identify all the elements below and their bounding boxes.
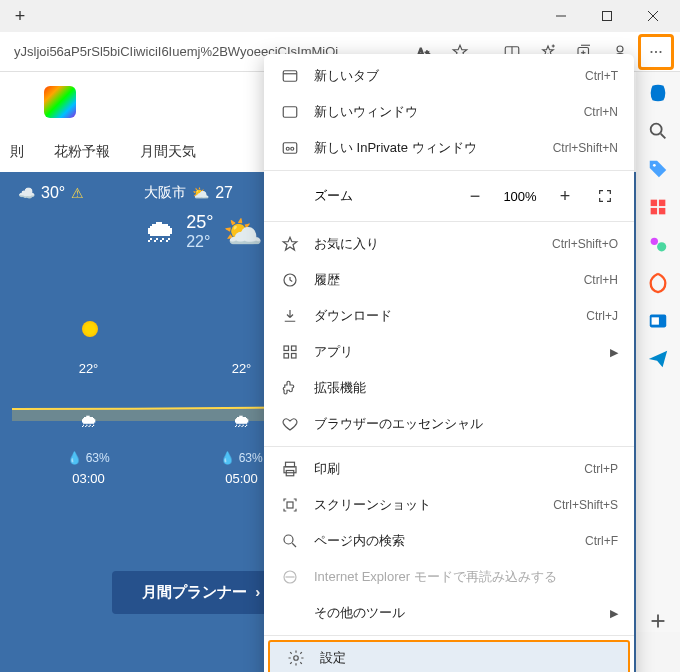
svg-point-52 bbox=[294, 656, 299, 661]
menu-favorites[interactable]: お気に入りCtrl+Shift+O bbox=[264, 226, 634, 262]
puzzle-icon bbox=[280, 378, 300, 398]
svg-rect-1 bbox=[603, 12, 612, 21]
shopping-tag-icon[interactable] bbox=[647, 158, 669, 180]
svg-rect-43 bbox=[284, 354, 289, 359]
zoom-out-button[interactable]: − bbox=[462, 183, 488, 209]
svg-point-17 bbox=[650, 50, 652, 52]
svg-marker-39 bbox=[283, 237, 297, 250]
edge-sidebar bbox=[636, 72, 680, 632]
sun-cloud-icon: ⛅ bbox=[223, 213, 263, 251]
maximize-button[interactable] bbox=[584, 0, 630, 32]
menu-find[interactable]: ページ内の検索Ctrl+F bbox=[264, 523, 634, 559]
city-card[interactable]: 大阪市⛅27 🌧 25° 22° ⛅ bbox=[144, 184, 263, 251]
m365-icon[interactable] bbox=[647, 272, 669, 294]
print-icon bbox=[280, 459, 300, 479]
sun-icon bbox=[82, 321, 98, 337]
fullscreen-button[interactable] bbox=[592, 183, 618, 209]
download-icon bbox=[280, 306, 300, 326]
menu-zoom: ズーム − 100% + bbox=[264, 175, 634, 217]
new-tab-icon bbox=[280, 66, 300, 86]
tab-item[interactable]: 月間天気 bbox=[140, 143, 196, 161]
svg-rect-45 bbox=[286, 462, 295, 467]
minimize-button[interactable] bbox=[538, 0, 584, 32]
tab-item[interactable]: 花粉予報 bbox=[54, 143, 110, 161]
svg-rect-44 bbox=[292, 354, 297, 359]
svg-rect-33 bbox=[283, 71, 297, 82]
svg-rect-23 bbox=[651, 200, 657, 206]
zoom-value: 100% bbox=[502, 189, 538, 204]
svg-line-21 bbox=[661, 134, 666, 139]
history-icon bbox=[280, 270, 300, 290]
svg-point-18 bbox=[655, 50, 657, 52]
apps-icon bbox=[280, 342, 300, 362]
svg-rect-26 bbox=[659, 208, 665, 214]
screenshot-icon bbox=[280, 495, 300, 515]
ie-icon bbox=[280, 567, 300, 587]
svg-point-37 bbox=[286, 147, 289, 150]
svg-rect-30 bbox=[652, 317, 659, 324]
menu-essentials[interactable]: ブラウザーのエッセンシャル bbox=[264, 406, 634, 442]
svg-rect-25 bbox=[651, 208, 657, 214]
new-tab-button[interactable]: + bbox=[4, 2, 36, 30]
svg-point-28 bbox=[657, 242, 666, 251]
menu-print[interactable]: 印刷Ctrl+P bbox=[264, 451, 634, 487]
menu-new-window[interactable]: 新しいウィンドウCtrl+N bbox=[264, 94, 634, 130]
inprivate-icon bbox=[280, 138, 300, 158]
svg-rect-48 bbox=[287, 502, 293, 508]
menu-apps[interactable]: アプリ▶ bbox=[264, 334, 634, 370]
svg-point-38 bbox=[291, 147, 294, 150]
find-icon bbox=[280, 531, 300, 551]
heart-pulse-icon bbox=[280, 414, 300, 434]
window-icon bbox=[280, 102, 300, 122]
menu-other-tools[interactable]: その他のツール▶ bbox=[264, 595, 634, 631]
more-menu-dropdown: 新しいタブCtrl+T 新しいウィンドウCtrl+N 新しい InPrivate… bbox=[264, 54, 634, 672]
search-icon[interactable] bbox=[647, 120, 669, 142]
menu-downloads[interactable]: ダウンロードCtrl+J bbox=[264, 298, 634, 334]
window-titlebar: + bbox=[0, 0, 680, 32]
svg-point-19 bbox=[659, 50, 661, 52]
star-icon bbox=[280, 234, 300, 254]
outlook-icon[interactable] bbox=[647, 310, 669, 332]
rain-cloud-icon: 🌧 bbox=[144, 213, 176, 250]
svg-rect-41 bbox=[284, 346, 289, 351]
svg-point-22 bbox=[653, 164, 656, 167]
menu-extensions[interactable]: 拡張機能 bbox=[264, 370, 634, 406]
tools-icon[interactable] bbox=[647, 196, 669, 218]
menu-screenshot[interactable]: スクリーンショットCtrl+Shift+S bbox=[264, 487, 634, 523]
svg-point-16 bbox=[617, 46, 623, 52]
close-button[interactable] bbox=[630, 0, 676, 32]
svg-line-50 bbox=[292, 543, 296, 547]
svg-point-49 bbox=[284, 535, 293, 544]
add-sidebar-icon[interactable] bbox=[647, 610, 669, 632]
svg-point-27 bbox=[651, 238, 658, 245]
menu-new-inprivate[interactable]: 新しい InPrivate ウィンドウCtrl+Shift+N bbox=[264, 130, 634, 166]
svg-rect-35 bbox=[283, 107, 297, 118]
menu-ie-mode: Internet Explorer モードで再読み込みする bbox=[264, 559, 634, 595]
city-card[interactable]: ☁️30°⚠ bbox=[18, 184, 84, 251]
svg-rect-36 bbox=[283, 143, 297, 154]
gear-icon bbox=[286, 648, 306, 668]
menu-new-tab[interactable]: 新しいタブCtrl+T bbox=[264, 58, 634, 94]
svg-point-20 bbox=[651, 124, 662, 135]
menu-history[interactable]: 履歴Ctrl+H bbox=[264, 262, 634, 298]
send-icon[interactable] bbox=[647, 348, 669, 370]
menu-settings[interactable]: 設定 bbox=[268, 640, 630, 672]
more-menu-button[interactable] bbox=[638, 34, 674, 70]
zoom-in-button[interactable]: + bbox=[552, 183, 578, 209]
rain-icon: 🌧 bbox=[12, 411, 165, 432]
svg-rect-42 bbox=[292, 346, 297, 351]
games-icon[interactable] bbox=[647, 234, 669, 256]
tab-item[interactable]: 則 bbox=[10, 143, 24, 161]
copilot-icon[interactable] bbox=[647, 82, 669, 104]
msn-logo-icon bbox=[44, 86, 76, 118]
svg-rect-24 bbox=[659, 200, 665, 206]
